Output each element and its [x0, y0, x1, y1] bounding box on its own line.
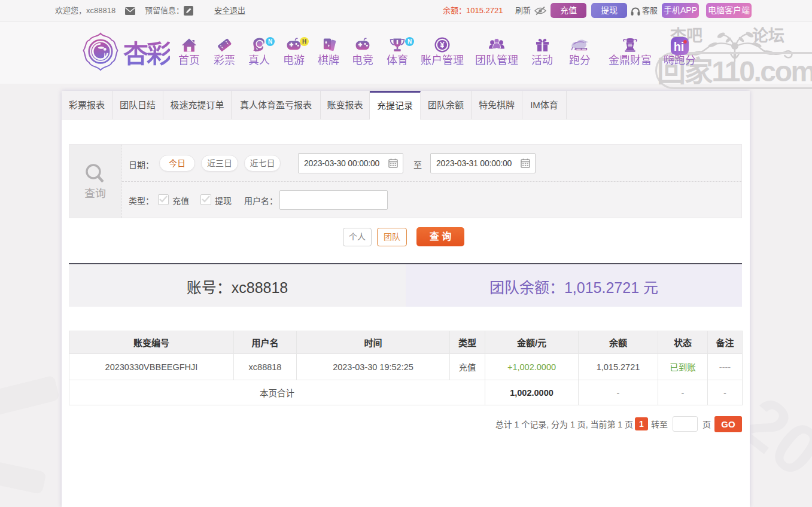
svg-text:hi: hi — [674, 40, 685, 53]
